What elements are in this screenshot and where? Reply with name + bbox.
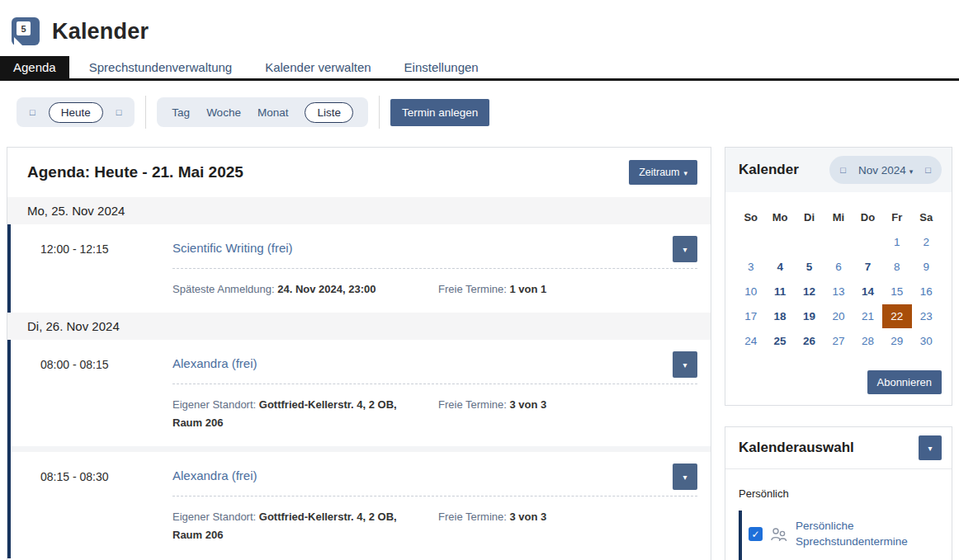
calendar-day[interactable]: 10 [736,280,765,304]
calendar-day[interactable]: 16 [912,280,941,304]
calendar-day[interactable]: 30 [912,329,941,353]
event-row: 08:15 - 08:30 Alexandra (frei) ▾ Eigener… [7,452,711,558]
calendar-day-empty [853,230,882,254]
calendar-checkbox[interactable]: ✓ [749,527,763,541]
calendar-day[interactable]: 5 [795,255,824,279]
event-menu-button[interactable]: ▾ [673,351,697,378]
calendar-day[interactable]: 1 [882,230,911,254]
calendar-day[interactable]: 2 [912,230,941,254]
view-tag[interactable]: Tag [172,106,190,119]
caret-down-icon: ▾ [683,169,687,177]
today-button[interactable]: Heute [49,102,103,123]
calendar-day-today[interactable]: 22 [882,304,911,328]
tab-agenda[interactable]: Agenda [0,56,69,78]
calendar-day[interactable]: 6 [824,255,853,279]
month-dropdown[interactable]: Nov 2024▾ [858,164,913,176]
calendar-item-label[interactable]: Persönliche Sprechstundentermine [796,519,938,550]
event-title-link[interactable]: Scientific Writing (frei) [172,234,697,268]
event-meta-free-slots: Freie Termine: 1 von 1 [438,280,546,298]
page-fold-decoration [14,37,23,46]
calendar-day-empty [795,230,824,254]
create-appointment-button[interactable]: Termin anlegen [390,99,489,126]
event-meta: Eigener Standort: Gottfried-Kellerstr. 4… [172,384,697,431]
event-main: Alexandra (frei) ▾ Eigener Standort: Got… [172,462,697,544]
meta-value: 24. Nov 2024, 23:00 [277,283,376,295]
event-main: Scientific Writing (frei) ▾ Späteste Anm… [172,234,697,298]
caret-down-icon: ▾ [683,473,687,482]
calendar-day[interactable]: 19 [795,304,824,328]
calendar-day[interactable]: 29 [882,329,911,353]
weekday-header: Di [795,205,824,229]
calendar-day[interactable]: 23 [912,304,941,328]
meta-label: Freie Termine: [438,511,507,523]
calendar-day[interactable]: 20 [824,304,853,328]
date-nav-group: □ Heute □ [17,97,135,127]
event-menu-button[interactable]: ▾ [673,236,697,262]
agenda-header: Agenda: Heute - 21. Mai 2025 Zeitraum▾ [7,148,711,197]
prev-month-icon[interactable]: □ [840,166,846,175]
month-label: Nov 2024 [858,164,906,176]
event-meta: Späteste Anmeldung: 24. Nov 2024, 23:00 … [172,269,697,298]
prev-icon[interactable]: □ [30,108,35,117]
view-woche[interactable]: Woche [206,106,241,119]
weekday-header: Fr [882,205,911,229]
calendar-day[interactable]: 7 [853,255,882,279]
event-menu-button[interactable]: ▾ [673,464,697,490]
calendar-day[interactable]: 24 [736,329,765,353]
tab-sprechstundenverwaltung[interactable]: Sprechstundenverwaltung [76,56,245,78]
calendar-day[interactable]: 28 [853,329,882,353]
event-time: 08:00 - 08:15 [11,350,172,431]
event-meta-location: Eigener Standort: Gottfried-Kellerstr. 4… [172,396,438,431]
calendar-list-item-wrap: ✓ Persönliche Sprechstundentermine [739,511,938,560]
caret-down-icon: ▾ [909,167,914,176]
calendar-day[interactable]: 4 [765,255,794,279]
tab-einstellungen[interactable]: Einstellungen [391,56,492,78]
caret-down-icon: ▾ [683,360,687,369]
event-meta-registration: Späteste Anmeldung: 24. Nov 2024, 23:00 [172,280,438,298]
calendar-day[interactable]: 25 [765,329,794,353]
day-group-header: Di, 26. Nov 2024 [7,313,711,340]
tab-kalender-verwalten[interactable]: Kalender verwalten [252,56,384,78]
calendar-day[interactable]: 3 [736,255,765,279]
calendar-day[interactable]: 12 [795,280,824,304]
page-title: Kalender [52,19,149,45]
calendar-day[interactable]: 13 [824,280,853,304]
weekday-header: So [736,205,765,229]
calendar-day[interactable]: 17 [736,304,765,328]
event-row: 08:00 - 08:15 Alexandra (frei) ▾ Eigener… [7,340,711,446]
meta-label: Eigener Standort: [172,398,256,411]
weekday-header: Sa [912,205,941,229]
event-title-link[interactable]: Alexandra (frei) [172,350,697,384]
calendar-day[interactable]: 26 [795,329,824,353]
view-liste[interactable]: Liste [305,102,353,123]
meta-label: Eigener Standort: [172,511,256,523]
next-month-icon[interactable]: □ [925,166,931,175]
calendar-selection-menu-button[interactable]: ▾ [919,435,942,460]
subscribe-button[interactable]: Abonnieren [867,370,942,394]
next-icon[interactable]: □ [116,108,122,117]
meta-label: Freie Termine: [438,283,507,295]
meta-value: 3 von 3 [509,511,546,523]
zeitraum-dropdown-button[interactable]: Zeitraum▾ [629,160,697,185]
calendar-day[interactable]: 9 [912,255,941,279]
calendar-day[interactable]: 21 [853,304,882,328]
toolbar-divider [145,96,146,129]
calendar-list-item[interactable]: ✓ Persönliche Sprechstundentermine [739,511,938,560]
calendar-day[interactable]: 8 [882,255,911,279]
calendar-day[interactable]: 15 [882,280,911,304]
event-separator [7,446,711,452]
calendar-day-empty [765,230,794,254]
event-main: Alexandra (frei) ▾ Eigener Standort: Got… [172,350,697,431]
month-nav: □ Nov 2024▾ □ [829,156,942,184]
calendar-selection-header: Kalenderauswahl ▾ [725,427,952,469]
calendar-day[interactable]: 14 [853,280,882,304]
calendar-day[interactable]: 11 [765,280,794,304]
view-monat[interactable]: Monat [257,106,289,119]
view-switch-group: Tag Woche Monat Liste [157,97,368,127]
event-meta: Eigener Standort: Gottfried-Kellerstr. 4… [172,496,697,544]
event-title-link[interactable]: Alexandra (frei) [172,462,697,496]
calendar-day[interactable]: 18 [765,304,794,328]
calendar-day[interactable]: 27 [824,329,853,353]
weekday-header: Do [853,205,882,229]
agenda-panel: Agenda: Heute - 21. Mai 2025 Zeitraum▾ M… [7,147,711,560]
